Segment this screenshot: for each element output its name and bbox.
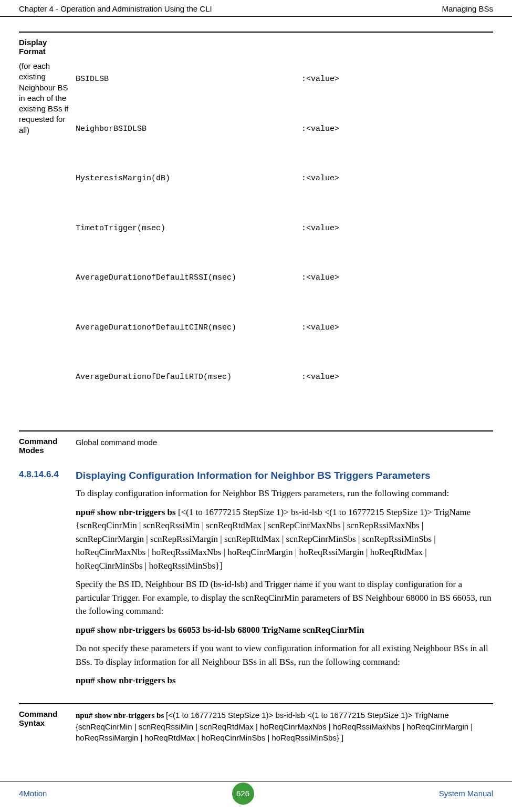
mono-output: BSIDLSB:<value> NeighborBSIDLSB:<value> … xyxy=(76,38,493,419)
cmd-bold: npu# show nbr-triggers bs xyxy=(76,507,178,517)
cmd-syntax-bold: npu# show nbr-triggers bs xyxy=(76,711,166,720)
mono-val: :<value> xyxy=(301,170,339,187)
command-modes-value: Global command mode xyxy=(76,437,493,455)
body-paragraph: Specify the BS ID, Neighbour BS ID (bs-i… xyxy=(76,578,493,618)
mono-row: BSIDLSB:<value> xyxy=(76,71,493,88)
command-modes-block: Command Modes Global command mode xyxy=(19,430,493,455)
section-title: Displaying Configuration Information for… xyxy=(76,469,493,482)
mono-row: NeighborBSIDLSB:<value> xyxy=(76,121,493,138)
display-format-value: BSIDLSB:<value> NeighborBSIDLSB:<value> … xyxy=(76,38,493,419)
page-number-badge: 626 xyxy=(232,783,254,805)
mono-val: :<value> xyxy=(301,71,339,88)
display-format-label: Display Format (for each existing Neighb… xyxy=(19,38,76,419)
mono-key: AverageDurationofDefaultCINR(msec) xyxy=(76,320,301,336)
page-footer: 4Motion 626 System Manual xyxy=(0,782,512,805)
mono-val: :<value> xyxy=(301,121,339,138)
mono-val: :<value> xyxy=(301,320,339,336)
mono-row: HysteresisMargin(dB):<value> xyxy=(76,170,493,187)
mono-key: AverageDurationofDefaultRTD(msec) xyxy=(76,369,301,386)
command-syntax-block: Command Syntax npu# show nbr-triggers bs… xyxy=(19,703,493,743)
mono-key: AverageDurationofDefaultRSSI(msec) xyxy=(76,270,301,286)
command-example-2: npu# show nbr-triggers bs 66053 bs-id-ls… xyxy=(76,623,493,637)
mono-key: NeighborBSIDLSB xyxy=(76,121,301,138)
footer-left: 4Motion xyxy=(19,789,47,798)
mono-key: TimetoTrigger(msec) xyxy=(76,220,301,237)
command-syntax-value: npu# show nbr-triggers bs [<(1 to 167772… xyxy=(76,710,493,743)
display-format-block: Display Format (for each existing Neighb… xyxy=(19,32,493,419)
mono-row: AverageDurationofDefaultRTD(msec):<value… xyxy=(76,369,493,386)
mono-row: AverageDurationofDefaultRSSI(msec):<valu… xyxy=(76,270,493,286)
footer-right: System Manual xyxy=(439,789,493,798)
command-example-3: npu# show nbr-triggers bs xyxy=(76,674,493,687)
mono-val: :<value> xyxy=(301,220,339,237)
page-header: Chapter 4 - Operation and Administration… xyxy=(0,0,512,17)
mono-row: TimetoTrigger(msec):<value> xyxy=(76,220,493,237)
display-format-label-text: Display Format xyxy=(19,38,47,56)
page-content: Display Format (for each existing Neighb… xyxy=(0,32,512,743)
section-number: 4.8.14.6.4 xyxy=(19,469,76,482)
mono-key: BSIDLSB xyxy=(76,71,301,88)
mono-key: HysteresisMargin(dB) xyxy=(76,170,301,187)
display-format-sublabel: (for each existing Neighbour BS in each … xyxy=(19,61,72,136)
command-modes-label: Command Modes xyxy=(19,437,76,455)
header-left: Chapter 4 - Operation and Administration… xyxy=(19,4,212,13)
body-paragraph: Do not specify these parameters if you w… xyxy=(76,642,493,669)
mono-val: :<value> xyxy=(301,369,339,386)
command-syntax-label: Command Syntax xyxy=(19,710,76,743)
header-right: Managing BSs xyxy=(442,4,493,13)
mono-val: :<value> xyxy=(301,270,339,286)
body-paragraph: To display configuration information for… xyxy=(76,487,493,500)
mono-row: AverageDurationofDefaultCINR(msec):<valu… xyxy=(76,320,493,336)
command-example-1: npu# show nbr-triggers bs [<(1 to 167772… xyxy=(76,506,493,573)
section-heading: 4.8.14.6.4 Displaying Configuration Info… xyxy=(19,469,493,482)
